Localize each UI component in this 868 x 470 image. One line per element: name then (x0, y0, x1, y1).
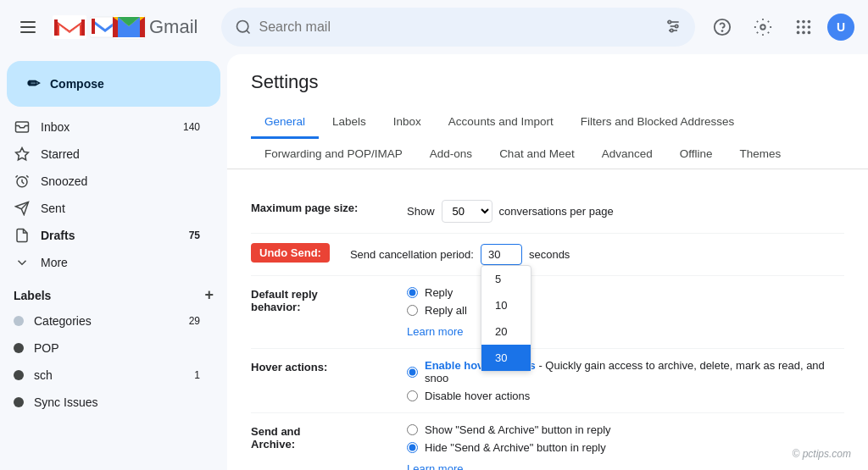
cancellation-dropdown-open: 5 10 20 30 (481, 265, 531, 372)
labels-heading: Labels (14, 289, 51, 302)
m-icon (112, 14, 146, 40)
undo-send-control: Send cancellation period: 5 10 20 30 5 1… (350, 244, 844, 265)
send-archive-learn-more[interactable]: Learn more (407, 462, 463, 470)
gmail-logo-group[interactable]: Gmail (112, 14, 198, 40)
svg-rect-2 (81, 19, 85, 36)
option-30[interactable]: 30 (481, 345, 531, 371)
tabs-row-2: Forwarding and POP/IMAP Add-ons Chat and… (251, 139, 844, 169)
option-5[interactable]: 5 (481, 266, 531, 292)
hover-actions-control: Enable hover actions - Quickly gain acce… (407, 359, 844, 402)
main-layout: ✏ Compose Inbox 140 Starred Snoozed (0, 54, 868, 470)
tab-forwarding[interactable]: Forwarding and POP/IMAP (251, 139, 416, 169)
tab-chat[interactable]: Chat and Meet (486, 139, 588, 169)
disable-hover-radio[interactable] (407, 390, 418, 401)
tab-themes[interactable]: Themes (726, 139, 795, 169)
setting-reply-behavior: Default replybehavior: Reply Reply all L… (251, 276, 844, 349)
sidebar-item-drafts[interactable]: Drafts 75 (0, 222, 214, 249)
label-name-categories: Categories (34, 314, 92, 328)
add-label-icon[interactable]: + (204, 286, 214, 304)
tab-inbox[interactable]: Inbox (380, 107, 435, 139)
label-name-pop: POP (34, 341, 59, 355)
sidebar-item-more[interactable]: More (0, 249, 214, 276)
apps-button[interactable] (787, 10, 821, 44)
option-20[interactable]: 20 (481, 318, 531, 345)
cancellation-select[interactable]: 5 10 20 30 (481, 244, 522, 265)
sidebar-item-starred[interactable]: Starred (0, 141, 214, 168)
snoozed-label: Snoozed (41, 174, 200, 188)
svg-point-12 (668, 20, 670, 23)
reply-radio[interactable] (407, 287, 418, 298)
disable-hover-option: Disable hover actions (407, 390, 530, 402)
option-10[interactable]: 10 (481, 292, 531, 318)
disable-hover-label: Disable hover actions (425, 390, 530, 402)
page-size-select[interactable]: 10 15 20 25 50 100 (442, 200, 492, 223)
show-send-archive-option: Show "Send & Archive" button in reply (407, 423, 611, 436)
label-pop[interactable]: POP (0, 335, 214, 362)
label-count-sch: 1 (194, 369, 200, 381)
tab-filters[interactable]: Filters and Blocked Addresses (567, 107, 748, 139)
svg-point-7 (237, 21, 248, 32)
reply-learn-more[interactable]: Learn more (407, 325, 463, 338)
show-send-archive-radio[interactable] (407, 424, 418, 435)
reply-label: Reply (425, 286, 453, 299)
sidebar-item-inbox[interactable]: Inbox 140 (0, 113, 214, 141)
settings-header: Settings General Labels Inbox Accounts a… (227, 54, 868, 169)
svg-line-8 (247, 30, 250, 34)
show-send-archive-label: Show "Send & Archive" button in reply (425, 423, 611, 436)
svg-point-21 (797, 25, 800, 29)
settings-button[interactable] (746, 10, 780, 44)
send-archive-control: Show "Send & Archive" button in reply Hi… (407, 423, 844, 470)
topbar-right: U (705, 10, 854, 44)
search-tune-icon[interactable] (665, 18, 682, 37)
svg-point-23 (808, 25, 811, 29)
hamburger-menu[interactable] (14, 14, 42, 40)
compose-label: Compose (50, 77, 104, 91)
tab-labels[interactable]: Labels (319, 107, 380, 139)
label-sync-issues[interactable]: Sync Issues (0, 389, 214, 416)
enable-hover-radio[interactable] (407, 367, 418, 378)
label-categories[interactable]: Categories 29 (0, 307, 214, 335)
avatar[interactable]: U (827, 14, 854, 41)
topbar: Gmail (0, 0, 868, 54)
tab-addons[interactable]: Add-ons (416, 139, 486, 169)
tab-advanced[interactable]: Advanced (588, 139, 666, 169)
search-input[interactable] (259, 19, 658, 35)
hide-send-archive-radio[interactable] (407, 442, 418, 453)
tab-general[interactable]: General (251, 107, 319, 139)
undo-send-badge: Undo Send: (251, 243, 330, 263)
label-dot-categories (14, 316, 24, 326)
label-dot-sync (14, 397, 24, 407)
tab-offline[interactable]: Offline (666, 139, 726, 169)
drafts-count: 75 (189, 229, 200, 241)
page-size-control: Show 10 15 20 25 50 100 conversations pe… (407, 200, 844, 223)
compose-button[interactable]: ✏ Compose (7, 61, 220, 107)
sent-icon (14, 200, 31, 217)
reply-all-label: Reply all (425, 304, 467, 317)
svg-point-19 (802, 20, 805, 24)
setting-send-archive: Send andArchive: Show "Send & Archive" b… (251, 413, 844, 470)
sent-label: Sent (41, 202, 200, 215)
svg-point-22 (802, 25, 805, 29)
page-size-label: Maximum page size: (251, 200, 387, 214)
reply-option: Reply (407, 286, 453, 299)
svg-point-14 (670, 29, 673, 31)
labels-section: Labels + (0, 276, 227, 307)
svg-point-25 (802, 31, 805, 35)
tab-accounts[interactable]: Accounts and Import (435, 107, 567, 139)
chevron-down-icon (14, 254, 31, 271)
seconds-label: seconds (529, 248, 570, 261)
label-sch[interactable]: sch 1 (0, 362, 214, 389)
help-button[interactable] (705, 10, 739, 44)
sidebar-item-snoozed[interactable]: Snoozed (0, 168, 214, 195)
hide-send-archive-option: Hide "Send & Archive" button in reply (407, 441, 606, 454)
cancellation-label: Send cancellation period: (350, 248, 474, 261)
label-dot-pop (14, 343, 24, 353)
label-count-categories: 29 (189, 315, 200, 327)
svg-marker-28 (16, 148, 29, 160)
reply-all-radio[interactable] (407, 305, 418, 316)
show-label: Show (407, 205, 435, 218)
starred-label: Starred (41, 147, 200, 161)
sidebar: ✏ Compose Inbox 140 Starred Snoozed (0, 54, 227, 470)
sidebar-item-sent[interactable]: Sent (0, 195, 214, 222)
svg-rect-1 (54, 19, 58, 36)
